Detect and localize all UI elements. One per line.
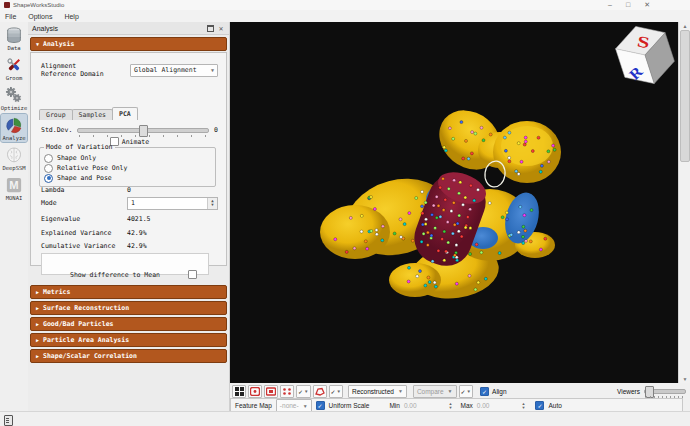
tool-rail: DataGroomOptimizeAnalyzeDeepSSMMMONAI: [0, 22, 28, 413]
scrollbar-thumb[interactable]: [680, 30, 690, 162]
scroll-down-icon[interactable]: ▼: [683, 375, 688, 383]
viewers-slider[interactable]: [644, 385, 686, 397]
radio-relative-pose-only[interactable]: Relative Pose Only: [44, 163, 211, 173]
show-surface-button[interactable]: [313, 385, 327, 398]
auto-label: Auto: [548, 402, 561, 409]
rail-item-label: Groom: [6, 75, 23, 81]
uniform-scale-checkbox[interactable]: ✓: [316, 401, 325, 410]
tab-group[interactable]: Group: [39, 109, 73, 120]
rail-item-label: DeepSSM: [2, 165, 25, 171]
collapsed-arrow-icon: ▶: [36, 337, 39, 343]
show-difference-label: Show difference to Mean: [70, 271, 160, 279]
status-bar: [0, 411, 690, 426]
lambda-value: 0: [127, 186, 131, 194]
show-difference-checkbox[interactable]: [188, 270, 197, 279]
collapsed-arrow-icon: ▶: [36, 305, 39, 311]
auto-checkbox[interactable]: ✓: [535, 401, 544, 410]
alignment-domain-label: Alignment Reference Domain: [41, 62, 104, 78]
app-icon: [4, 2, 10, 8]
align-checkbox[interactable]: ✓: [480, 387, 489, 396]
radio-shape-only[interactable]: Shape Only: [44, 153, 211, 163]
rail-item-label: Analyze: [2, 135, 25, 141]
deepssm-icon: [5, 146, 23, 164]
rail-item-optimize[interactable]: Optimize: [1, 84, 27, 112]
log-icon[interactable]: [4, 415, 13, 426]
analysis-panel: Analysis ✕ ▼ Analysis Alignment Referenc…: [28, 22, 230, 411]
surface-mode-select[interactable]: Reconstructed ▼: [348, 385, 407, 398]
section-label: Surface Reconstruction: [43, 304, 129, 312]
scroll-up-icon[interactable]: ▲: [683, 22, 688, 30]
chevron-down-icon: ▼: [337, 389, 341, 394]
section-analysis-header[interactable]: ▼ Analysis: [30, 37, 227, 51]
min-value: 0.00: [404, 402, 417, 409]
collapsed-arrow-icon: ▶: [36, 321, 39, 327]
menu-options[interactable]: Options: [28, 13, 52, 20]
collapsed-arrow-icon: ▶: [36, 289, 39, 295]
radio-icon: [44, 154, 53, 163]
compare-select[interactable]: Compare ▼: [413, 385, 457, 398]
min-spinner[interactable]: ▲▼: [449, 402, 453, 409]
mode-spinner[interactable]: 1 ▲▼: [127, 197, 218, 210]
rail-item-groom[interactable]: Groom: [1, 54, 27, 82]
chevron-down-icon: ▼: [467, 389, 471, 394]
menu-help[interactable]: Help: [64, 13, 78, 20]
viewer-3d[interactable]: SR: [230, 22, 678, 383]
maximize-button[interactable]: □: [626, 0, 630, 10]
monai-icon: M: [5, 176, 23, 194]
viewer-scrollbar[interactable]: ▲ ▼: [678, 22, 690, 383]
rail-item-label: Data: [7, 45, 20, 51]
max-label: Max: [461, 402, 473, 409]
compare-options-dropdown[interactable]: ✓▼: [459, 385, 474, 398]
stddev-label: Std.Dev.: [41, 126, 72, 134]
center-view-button[interactable]: [248, 385, 262, 398]
minimize-button[interactable]: –: [608, 0, 612, 10]
tab-pca[interactable]: PCA: [112, 107, 138, 120]
rail-item-label: Optimize: [1, 105, 28, 111]
optimize-icon: [5, 86, 23, 104]
alignment-domain-select[interactable]: Global Alignment ▼: [130, 64, 218, 77]
section-label: Particle Area Analysis: [43, 336, 129, 344]
radio-shape-and-pose[interactable]: Shape and Pose: [44, 173, 211, 183]
show-glyphs-button[interactable]: [280, 385, 294, 398]
glyphs-options-dropdown[interactable]: ✓▼: [296, 385, 311, 398]
rail-item-data[interactable]: Data: [1, 24, 27, 52]
rail-item-monai[interactable]: MMONAI: [1, 174, 27, 202]
rail-item-analyze[interactable]: Analyze: [1, 114, 27, 142]
section-metrics-header[interactable]: ▶Metrics: [30, 285, 227, 299]
rail-item-deepssm[interactable]: DeepSSM: [1, 144, 27, 172]
autoview-button[interactable]: [264, 385, 278, 398]
analysis-tabs: GroupSamplesPCA: [39, 107, 137, 120]
align-label: Align: [492, 388, 506, 395]
radio-label: Shape and Pose: [57, 174, 112, 182]
float-panel-icon[interactable]: [206, 24, 214, 32]
surface-options-dropdown[interactable]: ✓▼: [329, 385, 344, 398]
close-button[interactable]: ✕: [644, 0, 650, 10]
cumulative-variance-value: 42.9%: [127, 242, 147, 250]
radio-label: Shape Only: [57, 154, 96, 162]
chevron-down-icon: ▼: [207, 67, 214, 73]
dock-header: Analysis ✕: [28, 22, 229, 35]
section-label: Metrics: [43, 288, 70, 296]
section-good-bad-particles-header[interactable]: ▶Good/Bad Particles: [30, 317, 227, 331]
radio-icon: [44, 174, 53, 183]
viewer-layout-button[interactable]: [232, 385, 246, 398]
max-spinner[interactable]: ▲▼: [521, 402, 525, 409]
section-particle-area-analysis-header[interactable]: ▶Particle Area Analysis: [30, 333, 227, 347]
shape-render: SR: [230, 22, 678, 383]
close-panel-icon[interactable]: ✕: [217, 24, 225, 32]
dock-title: Analysis: [32, 25, 58, 32]
menu-file[interactable]: File: [5, 13, 16, 20]
section-surface-reconstruction-header[interactable]: ▶Surface Reconstruction: [30, 301, 227, 315]
explained-variance-value: 42.9%: [127, 229, 147, 237]
stddev-value: 0: [214, 126, 218, 134]
tab-samples[interactable]: Samples: [72, 109, 113, 120]
feature-map-label: Feature Map: [235, 402, 272, 409]
viewers-label: Viewers: [617, 388, 640, 395]
stddev-slider[interactable]: [77, 124, 209, 136]
cumulative-variance-label: Cumulative Variance: [41, 242, 127, 250]
spinner-arrows-icon[interactable]: ▲▼: [207, 198, 217, 209]
section-shape-scalar-correlation-header[interactable]: ▶Shape/Scalar Correlation: [30, 349, 227, 363]
section-label: Good/Bad Particles: [43, 320, 113, 328]
analysis-section-content: Alignment Reference Domain Global Alignm…: [30, 52, 227, 266]
collapsed-sections: ▶Metrics▶Surface Reconstruction▶Good/Bad…: [28, 283, 229, 363]
